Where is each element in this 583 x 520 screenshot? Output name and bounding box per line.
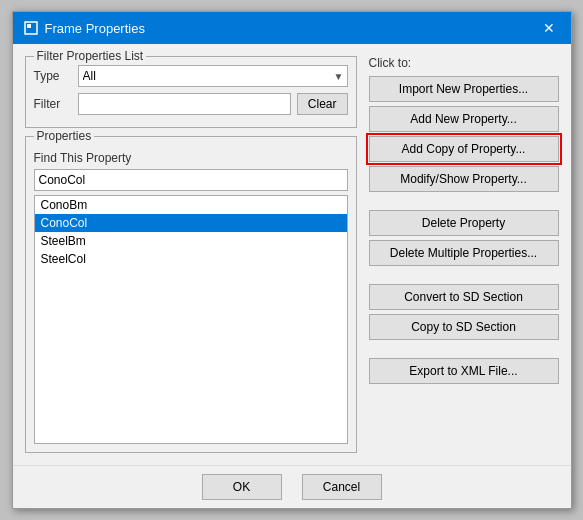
frame-properties-dialog: Frame Properties ✕ Filter Properties Lis… — [12, 11, 572, 509]
close-button[interactable]: ✕ — [537, 18, 561, 38]
properties-group: Properties Find This Property ConoBm 1 C… — [25, 136, 357, 453]
right-panel-wrapper: Click to: Import New Properties... Add N… — [369, 56, 559, 453]
type-select[interactable]: All Concrete Steel — [78, 65, 348, 87]
filter-row: Filter Clear — [34, 93, 348, 115]
filter-label: Filter — [34, 97, 72, 111]
properties-list[interactable]: ConoBm 1 ConoCol SteelBm SteelCol — [34, 195, 348, 444]
convert-sd-btn[interactable]: Convert to SD Section — [369, 284, 559, 310]
delete-multi-btn[interactable]: Delete Multiple Properties... — [369, 240, 559, 266]
modify-btn[interactable]: Modify/Show Property... — [369, 166, 559, 192]
cancel-button[interactable]: Cancel — [302, 474, 382, 500]
ok-button[interactable]: OK — [202, 474, 282, 500]
type-label: Type — [34, 69, 72, 83]
properties-group-title: Properties — [34, 129, 95, 143]
add-copy-btn[interactable]: Add Copy of Property... — [369, 136, 559, 162]
delete-btn[interactable]: Delete Property — [369, 210, 559, 236]
type-row: Type All Concrete Steel ▼ — [34, 65, 348, 87]
add-new-btn[interactable]: Add New Property... — [369, 106, 559, 132]
left-panel: Filter Properties List Type All Concrete… — [25, 56, 357, 453]
dialog-footer: OK Cancel — [13, 465, 571, 508]
type-select-wrapper: All Concrete Steel ▼ — [78, 65, 348, 87]
list-item[interactable]: 1 ConoCol — [35, 214, 347, 232]
copy-sd-btn[interactable]: Copy to SD Section — [369, 314, 559, 340]
find-label: Find This Property — [34, 151, 348, 165]
right-buttons: Import New Properties... Add New Propert… — [369, 76, 559, 384]
svg-rect-1 — [27, 24, 31, 28]
dialog-title: Frame Properties — [45, 21, 145, 36]
clear-button[interactable]: Clear — [297, 93, 348, 115]
export-xml-btn[interactable]: Export to XML File... — [369, 358, 559, 384]
dialog-icon — [23, 20, 39, 36]
filter-group-title: Filter Properties List — [34, 49, 147, 63]
list-item[interactable]: ConoBm — [35, 196, 347, 214]
title-bar: Frame Properties ✕ — [13, 12, 571, 44]
list-item[interactable]: SteelBm — [35, 232, 347, 250]
find-input[interactable] — [34, 169, 348, 191]
filter-input[interactable] — [78, 93, 291, 115]
list-item[interactable]: SteelCol — [35, 250, 347, 268]
right-panel: Click to: Import New Properties... Add N… — [369, 56, 559, 384]
dialog-body: Filter Properties List Type All Concrete… — [13, 44, 571, 465]
click-to-label: Click to: — [369, 56, 559, 70]
import-btn[interactable]: Import New Properties... — [369, 76, 559, 102]
filter-group: Filter Properties List Type All Concrete… — [25, 56, 357, 128]
